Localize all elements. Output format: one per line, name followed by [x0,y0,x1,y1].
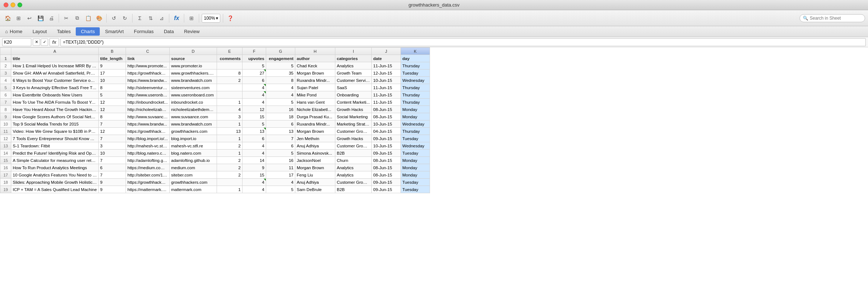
table-cell[interactable]: Tuesday [401,135,430,142]
table-cell[interactable]: How To Run Product Analytics Meetings [11,164,99,171]
sort-icon[interactable]: ⇅ [146,13,155,23]
table-cell[interactable]: comments [217,55,242,62]
table-cell[interactable]: 1 [217,150,242,157]
table-cell[interactable]: ICP + TAM = A Sales Qualified Lead Machi… [11,186,99,193]
table-cell[interactable]: Tuesday [401,69,430,77]
menu-data[interactable]: Data [159,27,179,36]
table-cell[interactable]: 5 [242,120,266,128]
back-icon[interactable]: ↩ [25,13,34,23]
table-cell[interactable]: 15 [242,171,266,179]
table-cell[interactable]: 4 [242,91,266,99]
table-cell[interactable]: Video: How We Grew Square to $10B in Pay… [11,128,99,135]
table-cell[interactable] [217,179,242,186]
table-cell[interactable]: 09-Jun-15 [372,135,401,142]
table-cell[interactable]: 4 [242,99,266,106]
save-icon[interactable]: 💾 [36,13,45,23]
table-cell[interactable]: 2 [217,171,242,179]
table-cell[interactable]: 4 [266,91,295,99]
table-cell[interactable]: 12 [99,99,126,106]
table-cell[interactable]: mahesh-vc.stfi.re [170,142,217,150]
table-cell[interactable]: How To Use The AIDA Formula To Boost You… [11,99,99,106]
table-cell[interactable]: 13 [242,128,266,135]
table-cell[interactable]: 11-Jun-15 [372,91,401,99]
table-cell[interactable]: Monday [401,164,430,171]
col-header-b[interactable]: B [99,48,126,55]
table-cell[interactable]: title_length [99,55,126,62]
col-header-c[interactable]: C [126,48,170,55]
table-cell[interactable]: 09-Jun-15 [372,179,401,186]
table-cell[interactable]: 5 [242,62,266,69]
col-header-j[interactable]: J [372,48,401,55]
table-cell[interactable]: link [126,55,170,62]
table-cell[interactable]: Tuesday [401,150,430,157]
col-header-i[interactable]: I [335,48,372,55]
table-cell[interactable]: Analytics [335,164,372,171]
table-cell[interactable]: Customer Growt... [335,179,372,186]
cancel-formula-button[interactable]: ✕ [33,39,40,46]
table-cell[interactable]: Marketing Strate... [335,120,372,128]
menu-charts[interactable]: Charts [76,27,100,36]
table-cell[interactable]: Customer Growt... [335,142,372,150]
table-cell[interactable]: 16 [266,157,295,164]
table-cell[interactable]: 10 [99,77,126,84]
table-cell[interactable]: 6 [242,135,266,142]
table-cell[interactable]: 8 [217,69,242,77]
table-cell[interactable]: Slides: Approaching Mobile Growth Holist… [11,179,99,186]
col-header-d[interactable]: D [170,48,217,55]
table-cell[interactable]: 7 [266,135,295,142]
col-header-k[interactable]: K [401,48,430,55]
table-cell[interactable]: 13 [217,128,242,135]
table-cell[interactable]: Durga Prasad Ku... [295,113,335,120]
table-cell[interactable]: inboundrocket.co [170,99,217,106]
table-cell[interactable]: 35 [266,69,295,77]
table-cell[interactable]: 10 [99,150,126,157]
table-cell[interactable]: 1 [217,99,242,106]
table-cell[interactable]: 14 [242,157,266,164]
table-cell[interactable]: http://mahesh-vc.stfi... [126,142,170,150]
table-cell[interactable]: 4 [242,186,266,193]
menu-formulas[interactable]: Formulas [129,27,159,36]
table-cell[interactable]: 08-Jun-15 [372,113,401,120]
table-cell[interactable]: 10 Google Analytics Features You Need to… [11,171,99,179]
confirm-formula-button[interactable]: ✓ [41,39,48,46]
table-cell[interactable]: 4 [266,84,295,91]
table-cell[interactable]: www.growthhackers.com [170,69,217,77]
table-cell[interactable]: https://growthhackers.com/videos/how-we-… [126,128,170,135]
table-cell[interactable]: 3 [99,142,126,150]
table-cell[interactable]: blog.natero.com [170,150,217,157]
table-cell[interactable]: JacksonNoel [295,157,335,164]
table-cell[interactable]: 7 [99,120,126,128]
table-cell[interactable]: Wednesday [401,120,430,128]
table-cell[interactable]: 6 [242,77,266,84]
menu-tables[interactable]: Tables [52,27,76,36]
table-icon[interactable]: ⊞ [187,13,196,23]
table-cell[interactable]: 15 [242,113,266,120]
table-cell[interactable]: 27 [242,69,266,77]
spreadsheet[interactable]: A B C D E F G H I J K 1titletitle_length… [0,47,868,286]
table-cell[interactable] [217,84,242,91]
table-cell[interactable]: Churn [335,157,372,164]
table-cell[interactable]: Morgan Brown [295,164,335,171]
table-cell[interactable]: Thursday [401,91,430,99]
table-cell[interactable]: https://growthhackers.com/slides/slides-… [126,179,170,186]
table-cell[interactable] [217,91,242,99]
col-header-g[interactable]: G [266,48,295,55]
table-cell[interactable]: B2B [335,150,372,157]
table-cell[interactable]: categories [335,55,372,62]
table-cell[interactable]: www.useronboard.com [170,91,217,99]
table-cell[interactable]: Simona Asinovsk... [295,150,335,157]
table-cell[interactable]: siteber.com [170,171,217,179]
table-cell[interactable]: 4 [266,179,295,186]
table-cell[interactable]: author [295,55,335,62]
table-cell[interactable]: 2 [217,77,242,84]
table-cell[interactable]: 2 [217,164,242,171]
table-cell[interactable]: Morgan Brown [295,69,335,77]
table-cell[interactable]: Ruxandra Mindr... [295,77,335,84]
table-cell[interactable]: How 1 Email Helped Us Increase MRR By 32… [11,62,99,69]
table-cell[interactable]: Anuj Adhiya [295,142,335,150]
maximize-button[interactable] [17,3,22,7]
format-icon[interactable]: 🎨 [94,13,104,23]
formula-icon[interactable]: fx [172,13,181,23]
table-cell[interactable]: Thursday [401,128,430,135]
menu-smartart[interactable]: SmartArt [100,27,129,36]
